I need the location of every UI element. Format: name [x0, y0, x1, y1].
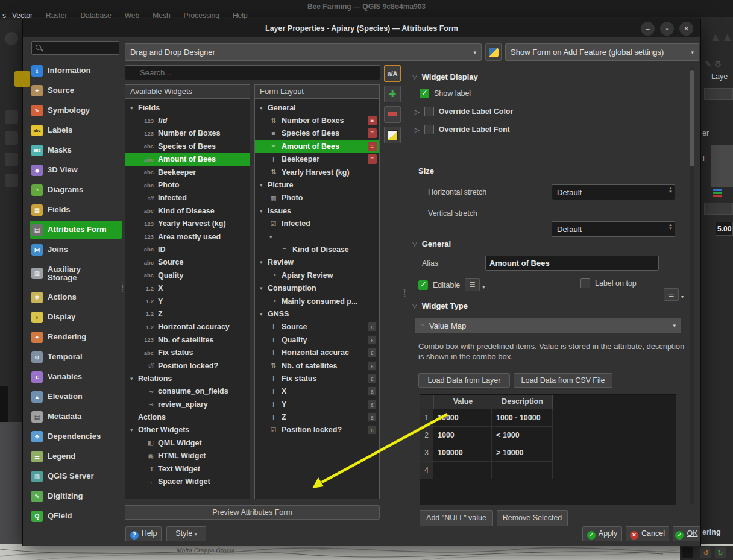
redo-icon[interactable]: ↻: [715, 547, 726, 558]
horizontal-stretch-spinbox[interactable]: Default▲▼: [552, 184, 675, 200]
toolbar-icon[interactable]: [5, 131, 18, 145]
layout-group-picture[interactable]: ▾Picture: [255, 178, 379, 191]
layout-item-kind-of-disease[interactable]: ≡Kind of Disease: [255, 243, 379, 256]
show-label-row[interactable]: Show label: [420, 89, 471, 98]
layout-item-infected[interactable]: ☑Infected: [255, 218, 379, 230]
tree-item-horizontal-accuracy[interactable]: 1.2Horizontal accuracy: [125, 321, 250, 333]
help-button[interactable]: ?Help: [125, 526, 162, 541]
sidebar-item-information[interactable]: ℹInformation: [30, 61, 122, 80]
layout-item-z[interactable]: IZε: [255, 411, 379, 423]
maximize-button[interactable]: ▫: [660, 22, 674, 36]
dialog-titlebar[interactable]: Layer Properties - Apiary (Species) — At…: [23, 19, 700, 37]
sidebar-item-legend[interactable]: ☰Legend: [30, 447, 122, 465]
tree-item-text-widget[interactable]: TText Widget: [125, 462, 250, 475]
editable-row[interactable]: Editable☰: [418, 278, 480, 291]
sidebar-item-qgis-server[interactable]: ▥QGIS Server: [30, 467, 122, 485]
undo-icon[interactable]: ↺: [700, 547, 711, 558]
layout-item-x[interactable]: IXε: [255, 385, 379, 398]
tree-item-fix-status[interactable]: abcFix status: [125, 346, 250, 359]
table-row[interactable]: 21000< 1000: [420, 427, 553, 444]
layout-item-yearly-harvest[interactable]: ⇅Yearly Harvest (kg): [255, 166, 379, 178]
value-cell[interactable]: 1000: [433, 427, 492, 444]
tree-item-fid[interactable]: 123fid: [125, 114, 250, 127]
sidebar-item-metadata[interactable]: ▤Metadata: [30, 407, 122, 426]
tree-item-y[interactable]: 1.2Y: [125, 295, 250, 307]
label-on-top-checkbox[interactable]: [580, 278, 590, 288]
tree-item-position-locked[interactable]: t/fPosition locked?: [125, 359, 250, 372]
sidebar-item-joins[interactable]: ⋈Joins: [30, 241, 122, 259]
layout-item-beekeeper[interactable]: IBeekeeper≡: [255, 153, 379, 166]
ok-button[interactable]: ✓OK: [673, 526, 700, 541]
layout-item-amount-of-bees[interactable]: ≡Amount of Bees≡: [255, 140, 379, 153]
alias-input[interactable]: [485, 256, 659, 271]
tree-item-consume-on-fields[interactable]: ⊸consume_on_fields: [125, 385, 250, 398]
style-menu-button[interactable]: Style ▾: [166, 526, 206, 541]
add-container-button[interactable]: ✚: [384, 86, 401, 102]
sidebar-item-variables[interactable]: εVariables: [30, 368, 122, 386]
layout-subgroup-collapsed[interactable]: ▾: [255, 230, 379, 243]
tree-item-amount-of-bees[interactable]: abcAmount of Bees: [125, 153, 250, 166]
load-data-from-csv-button[interactable]: Load Data from CSV File: [514, 373, 612, 388]
layout-item-quality[interactable]: IQualityε: [255, 333, 379, 346]
show-form-select[interactable]: Show Form on Add Feature (global setting…: [505, 43, 699, 61]
load-data-from-layer-button[interactable]: Load Data from Layer: [418, 373, 510, 388]
tree-item-area-mostly-used[interactable]: 123Area mostly used: [125, 230, 250, 243]
tree-group-other-widgets[interactable]: ▾Other Widgets: [125, 424, 250, 436]
tree-item-x[interactable]: 1.2X: [125, 282, 250, 294]
cancel-button[interactable]: ✕Cancel: [626, 526, 669, 541]
layout-item-nb-of-satellites[interactable]: ⇅Nb. of satellitesε: [255, 359, 379, 372]
panel-splitter-handle[interactable]: ⋮⋮⋮: [402, 288, 407, 295]
override-label-font-checkbox[interactable]: [424, 125, 434, 134]
designer-mode-select[interactable]: Drag and Drop Designer▾: [125, 43, 482, 61]
sidebar-item-display[interactable]: ◗Display: [30, 308, 122, 326]
tree-group-relations[interactable]: ▾Relations: [125, 372, 250, 385]
tree-item-infected[interactable]: t/fInfected: [125, 192, 250, 204]
remove-item-button[interactable]: [384, 106, 401, 123]
editable-checkbox[interactable]: [418, 280, 428, 290]
menu-processing[interactable]: Processing: [184, 11, 219, 20]
override-label-font-row[interactable]: ▷Override Label Font: [415, 125, 510, 134]
toggle-alias-button[interactable]: a/A: [384, 65, 401, 82]
tree-item-beekeeper[interactable]: abcBeekeeper: [125, 166, 250, 178]
layout-item-y[interactable]: IYε: [255, 398, 379, 411]
tree-item-review-apiary[interactable]: ⊸review_apiary: [125, 398, 250, 411]
tree-item-yearly-harvest[interactable]: 123Yearly Harvest (kg): [125, 218, 250, 230]
table-row[interactable]: 3100000> 10000: [420, 444, 553, 462]
widget-type-select[interactable]: ≡Value Map▾: [415, 318, 681, 333]
sidebar-search-input[interactable]: [31, 41, 119, 55]
tree-group-fields[interactable]: ▾Fields: [125, 101, 250, 114]
menu-mesh[interactable]: Mesh: [153, 11, 170, 20]
widget-type-section-header[interactable]: ▽Widget Type: [412, 301, 468, 310]
tree-item-number-of-boxes[interactable]: 123Number of Boxes: [125, 127, 250, 140]
sidebar-item-elevation[interactable]: ▲Elevation: [30, 388, 122, 406]
tree-item-source[interactable]: abcSource: [125, 256, 250, 269]
sidebar-item-masks[interactable]: abcMasks: [30, 141, 122, 159]
description-column-header[interactable]: Description: [492, 395, 553, 409]
sidebar-item-actions[interactable]: ✱Actions: [30, 288, 122, 306]
layout-group-general[interactable]: ▾General: [255, 101, 379, 114]
tree-item-nb-of-satellites[interactable]: 123Nb. of satellites: [125, 333, 250, 346]
tree-item-spacer-widget[interactable]: ↔Spacer Widget: [125, 475, 250, 488]
tree-item-z[interactable]: 1.2Z: [125, 307, 250, 320]
layout-item-photo[interactable]: ▦Photo: [255, 192, 379, 204]
spinner-arrows-icon[interactable]: ▲▼: [669, 186, 672, 193]
value-cell[interactable]: 100000: [433, 444, 492, 461]
menu-web[interactable]: Web: [125, 11, 139, 20]
widget-search-input[interactable]: [125, 65, 380, 80]
tree-item-photo[interactable]: abcPhoto: [125, 178, 250, 191]
vertical-stretch-spinbox[interactable]: Default▲▼: [552, 221, 675, 237]
menu-help[interactable]: Help: [233, 11, 248, 20]
tree-item-id[interactable]: abcID: [125, 243, 250, 256]
menu-database[interactable]: Database: [80, 11, 111, 20]
value-column-header[interactable]: Value: [434, 395, 492, 409]
tree-group-actions[interactable]: Actions: [125, 411, 250, 423]
value-box[interactable]: 5.00: [716, 222, 733, 236]
editable-override-button[interactable]: ☰: [465, 278, 480, 291]
override-label-color-row[interactable]: ▷Override Label Color: [415, 107, 513, 116]
table-row[interactable]: 1100001000 - 10000: [420, 409, 553, 427]
value-cell[interactable]: [433, 462, 492, 479]
toolbar-icon[interactable]: [5, 153, 18, 166]
python-init-button[interactable]: [485, 43, 502, 61]
menu-vector[interactable]: Vector: [12, 11, 33, 20]
spinner-arrows-icon[interactable]: ▲▼: [669, 223, 672, 230]
